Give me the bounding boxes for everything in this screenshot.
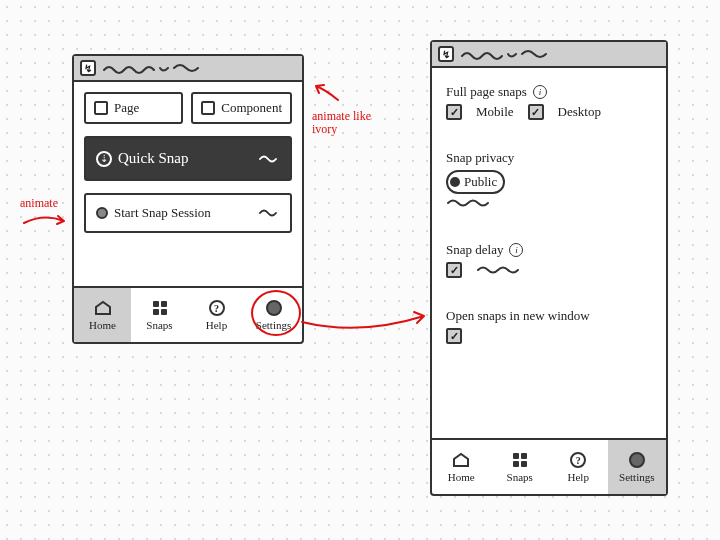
arrow-icon [312, 82, 342, 106]
home-panel: ↯ Page Component ⇣ Quick Snap Start Snap… [72, 54, 304, 344]
help-icon: ? [208, 299, 226, 317]
start-session-label: Start Snap Session [114, 205, 211, 221]
nav-settings[interactable]: Settings [608, 440, 667, 494]
settings-body: Full page snaps i ✓ Mobile ✓ Desktop Sna… [432, 68, 666, 362]
nav-bar: Home Snaps ? Help Settings [74, 286, 302, 342]
section-open-new-window: Open snaps in new window ✓ [446, 308, 652, 344]
open-new-window-checkbox[interactable]: ✓ [446, 328, 462, 344]
start-session-button[interactable]: Start Snap Session [84, 193, 292, 233]
section-privacy: Snap privacy Public [446, 150, 652, 212]
titlebar: ↯ [74, 56, 302, 82]
settings-panel: ↯ Full page snaps i ✓ Mobile ✓ Desktop S… [430, 40, 668, 496]
annotation-arrow-to-settings [300, 308, 430, 342]
nav-home-label: Home [89, 319, 116, 331]
nav-help[interactable]: ? Help [188, 288, 245, 342]
nav-snaps-label: Snaps [507, 471, 533, 483]
nav-help[interactable]: ? Help [549, 440, 608, 494]
info-icon[interactable]: i [533, 85, 547, 99]
settings-icon [265, 299, 283, 317]
quick-snap-label: Quick Snap [118, 150, 188, 167]
start-session-squiggle-icon [258, 208, 280, 218]
component-button[interactable]: Component [191, 92, 292, 124]
title-squiggle-icon [460, 48, 660, 60]
privacy-radio-public[interactable]: Public [446, 170, 505, 194]
snap-type-row: Page Component [84, 92, 292, 124]
nav-bar: Home Snaps ? Help Settings [432, 438, 666, 494]
page-button[interactable]: Page [84, 92, 183, 124]
home-body: Page Component ⇣ Quick Snap Start Snap S… [74, 82, 302, 233]
nav-settings[interactable]: Settings [245, 288, 302, 342]
home-icon [94, 299, 112, 317]
settings-icon [628, 451, 646, 469]
radio-dot-icon [450, 177, 460, 187]
section-full-page: Full page snaps i ✓ Mobile ✓ Desktop [446, 84, 652, 120]
title-squiggle-icon [102, 62, 296, 74]
privacy-value: Public [464, 174, 497, 190]
arrow-icon [300, 308, 430, 338]
mobile-checkbox[interactable]: ✓ [446, 104, 462, 120]
open-new-window-title: Open snaps in new window [446, 308, 590, 324]
quick-snap-icon: ⇣ [96, 151, 112, 167]
delay-title: Snap delay [446, 242, 503, 258]
nav-home[interactable]: Home [74, 288, 131, 342]
page-icon [94, 101, 108, 115]
component-label: Component [221, 100, 282, 116]
delay-checkbox[interactable]: ✓ [446, 262, 462, 278]
record-dot-icon [96, 207, 108, 219]
help-icon: ? [569, 451, 587, 469]
mobile-label: Mobile [476, 104, 514, 120]
privacy-squiggle-icon [446, 198, 516, 208]
desktop-label: Desktop [558, 104, 601, 120]
nav-help-label: Help [568, 471, 589, 483]
home-icon [452, 451, 470, 469]
quick-snap-button[interactable]: ⇣ Quick Snap [84, 136, 292, 181]
nav-settings-label: Settings [619, 471, 654, 483]
desktop-checkbox[interactable]: ✓ [528, 104, 544, 120]
annotation-animate-left: animate [20, 196, 68, 239]
quick-snap-squiggle-icon [258, 154, 280, 164]
delay-squiggle-icon [476, 265, 546, 275]
nav-snaps[interactable]: Snaps [131, 288, 188, 342]
page-label: Page [114, 100, 139, 116]
section-delay: Snap delay i ✓ [446, 242, 652, 278]
nav-home[interactable]: Home [432, 440, 491, 494]
nav-settings-label: Settings [256, 319, 291, 331]
arrow-icon [20, 211, 68, 235]
info-icon[interactable]: i [509, 243, 523, 257]
nav-help-label: Help [206, 319, 227, 331]
titlebar: ↯ [432, 42, 666, 68]
full-page-title: Full page snaps [446, 84, 527, 100]
nav-home-label: Home [448, 471, 475, 483]
nav-snaps[interactable]: Snaps [491, 440, 550, 494]
app-logo-icon: ↯ [438, 46, 454, 62]
privacy-title: Snap privacy [446, 150, 514, 166]
nav-snaps-label: Snaps [146, 319, 172, 331]
snaps-icon [511, 451, 529, 469]
component-icon [201, 101, 215, 115]
snaps-icon [151, 299, 169, 317]
app-logo-icon: ↯ [80, 60, 96, 76]
annotation-animate-right: animate like ivory [312, 82, 372, 136]
